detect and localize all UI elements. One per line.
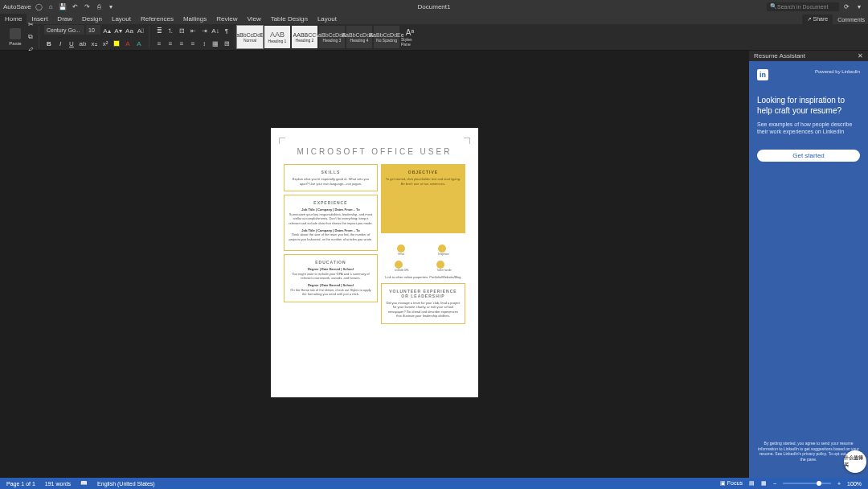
- superscript-icon[interactable]: x²: [100, 38, 110, 49]
- cut-icon[interactable]: ✂: [26, 18, 35, 30]
- document-page[interactable]: MICROSOFT OFFICE USER SKILLS Explain wha…: [271, 128, 478, 397]
- margin-corner: [464, 138, 470, 144]
- align-center-icon[interactable]: ≡: [166, 38, 175, 49]
- tab-design[interactable]: Design: [77, 14, 107, 24]
- search-input[interactable]: 🔍 Search in Document: [767, 2, 839, 11]
- change-case-icon[interactable]: Aa: [125, 25, 134, 36]
- italic-button[interactable]: I: [55, 38, 65, 49]
- justify-icon[interactable]: ≡: [188, 38, 198, 49]
- tab-mailings[interactable]: Mailings: [178, 14, 211, 24]
- show-marks-icon[interactable]: ¶: [222, 25, 231, 36]
- tab-references[interactable]: References: [136, 14, 178, 24]
- bold-button[interactable]: B: [44, 38, 54, 49]
- comments-button[interactable]: Comments: [837, 17, 865, 23]
- shrink-font-icon[interactable]: A▾: [113, 25, 123, 36]
- outdent-icon[interactable]: ⇤: [188, 25, 198, 36]
- zoom-in-icon[interactable]: +: [837, 481, 841, 487]
- sync-icon[interactable]: ⟳: [842, 2, 851, 11]
- zoom-out-icon[interactable]: −: [773, 481, 776, 487]
- undo-icon[interactable]: ↶: [71, 2, 80, 11]
- zoom-level[interactable]: 100%: [847, 481, 862, 487]
- home-icon[interactable]: ⌂: [47, 2, 55, 11]
- bullets-icon[interactable]: ≣: [154, 25, 164, 36]
- tab-table-design[interactable]: Table Design: [266, 14, 313, 24]
- tab-draw[interactable]: Draw: [52, 14, 77, 24]
- autosave-label: AutoSave: [3, 3, 31, 10]
- align-left-icon[interactable]: ≡: [154, 38, 164, 49]
- line-spacing-icon[interactable]: ↕: [199, 38, 209, 49]
- language-indicator[interactable]: English (United States): [97, 481, 155, 487]
- pane-header: Resume Assistant ✕: [749, 51, 868, 61]
- document-canvas[interactable]: MICROSOFT OFFICE USER SKILLS Explain wha…: [0, 51, 749, 478]
- page-title[interactable]: MICROSOFT OFFICE USER: [284, 147, 465, 156]
- email-icon: [397, 244, 405, 253]
- status-bar: Page 1 of 1 191 words 📖 English (United …: [0, 478, 868, 489]
- text-effects-icon[interactable]: A: [134, 38, 144, 49]
- style-heading4[interactable]: AaBbCcDdEeHeading 4: [346, 26, 372, 48]
- phone-icon: [438, 244, 446, 253]
- subscript-icon[interactable]: x₂: [89, 38, 99, 49]
- view-print-icon[interactable]: ▤: [749, 480, 755, 487]
- align-right-icon[interactable]: ≡: [177, 38, 186, 49]
- tab-home[interactable]: Home: [0, 14, 27, 24]
- shading-icon[interactable]: ▦: [211, 38, 220, 49]
- multilevel-icon[interactable]: ⊟: [177, 25, 186, 36]
- page-indicator[interactable]: Page 1 of 1: [6, 481, 35, 487]
- numbering-icon[interactable]: ⒈: [166, 25, 175, 36]
- margin-corner: [279, 138, 285, 144]
- view-web-icon[interactable]: ▦: [761, 480, 767, 487]
- indent-icon[interactable]: ⇥: [199, 25, 209, 36]
- tab-layout[interactable]: Layout: [107, 14, 136, 24]
- grow-font-icon[interactable]: A▴: [102, 25, 112, 36]
- underline-button[interactable]: U: [67, 38, 76, 49]
- linkedin-logo-icon: in: [757, 69, 768, 80]
- style-heading1[interactable]: AABHeading 1: [264, 26, 290, 48]
- tab-review[interactable]: Review: [211, 14, 242, 24]
- save-icon[interactable]: 💾: [59, 2, 68, 11]
- clear-format-icon[interactable]: A⃠: [136, 25, 145, 36]
- font-size-select[interactable]: 10: [86, 25, 100, 35]
- style-no-spacing[interactable]: AaBbCcDdEeNo Spacing: [374, 26, 399, 48]
- highlight-icon[interactable]: [112, 38, 121, 49]
- experience-box[interactable]: EXPERIENCE Job Title | Company | Dates F…: [284, 195, 378, 251]
- document-title: Document1: [418, 3, 451, 10]
- powered-by-label: Powered by LinkedIn: [815, 69, 860, 74]
- volunteer-box[interactable]: VOLUNTEER EXPERIENCE OR LEADERSHIP Did y…: [381, 283, 465, 324]
- sort-icon[interactable]: A↓: [211, 25, 220, 36]
- focus-mode[interactable]: ▣ Focus: [720, 480, 743, 487]
- spellcheck-icon[interactable]: 📖: [80, 480, 88, 487]
- objective-box[interactable]: OBJECTIVE To get started, click placehol…: [381, 164, 465, 233]
- ribbon: Paste ✂ ⧉ 🖌 Century Go... 10 A▴ A▾ Aa A⃠…: [0, 24, 868, 51]
- style-heading2[interactable]: AABBCCHeading 2: [292, 26, 317, 48]
- get-started-button[interactable]: Get started: [757, 150, 860, 162]
- close-icon[interactable]: ✕: [858, 52, 863, 60]
- pane-heading: Looking for inspiration to help craft yo…: [757, 95, 860, 116]
- pane-subtext: See examples of how people describe thei…: [757, 121, 860, 135]
- redo-icon[interactable]: ↷: [83, 2, 92, 11]
- tab-table-layout[interactable]: Layout: [313, 14, 342, 24]
- ribbon-tabs: Home Insert Draw Design Layout Reference…: [0, 13, 868, 24]
- font-color-icon[interactable]: A: [123, 38, 133, 49]
- education-box[interactable]: EDUCATION Degree | Date Earned | School …: [284, 254, 378, 302]
- ribbon-toggle-icon[interactable]: ▾: [854, 2, 863, 11]
- watermark-badge: 什么值得买: [844, 450, 866, 473]
- autosave-toggle[interactable]: ◯: [35, 2, 43, 11]
- word-count[interactable]: 191 words: [45, 481, 71, 487]
- font-family-select[interactable]: Century Go...: [44, 25, 84, 35]
- style-normal[interactable]: AaBbCcDdEeNormal: [237, 26, 263, 48]
- print-icon[interactable]: ⎙: [95, 2, 104, 11]
- skills-box[interactable]: SKILLS Explain what you're especially go…: [284, 164, 378, 191]
- zoom-slider[interactable]: [783, 483, 831, 484]
- search-icon: 🔍: [770, 3, 777, 10]
- paste-button[interactable]: Paste: [6, 26, 24, 48]
- tab-view[interactable]: View: [242, 14, 265, 24]
- style-heading3[interactable]: AaBbCcDdEeHeading 3: [319, 26, 345, 48]
- share-button[interactable]: ↗ Share: [802, 14, 833, 24]
- title-bar: AutoSave ◯ ⌂ 💾 ↶ ↷ ⎙ ▾ Document1 🔍 Searc…: [0, 0, 868, 13]
- strike-button[interactable]: ab: [78, 38, 88, 49]
- clipboard-icon: [10, 28, 21, 39]
- copy-icon[interactable]: ⧉: [26, 31, 35, 43]
- borders-icon[interactable]: ⊞: [222, 38, 231, 49]
- qat-dropdown-icon[interactable]: ▾: [107, 2, 116, 11]
- linkedin-icon: [395, 261, 403, 269]
